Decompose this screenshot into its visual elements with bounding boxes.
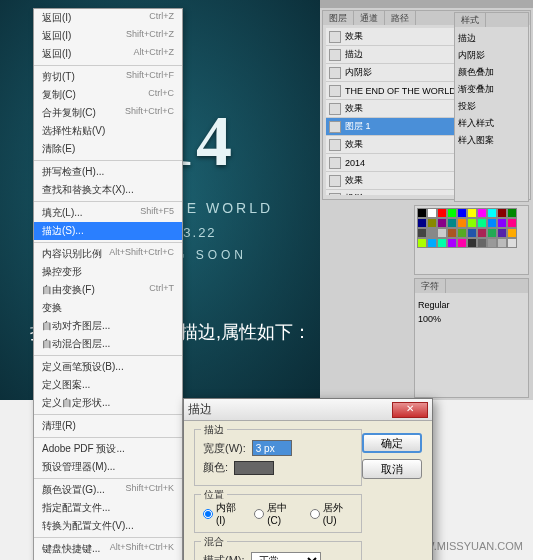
radio-center[interactable]: 居中(C)	[254, 501, 297, 526]
menu-item[interactable]: 操控变形	[34, 263, 182, 281]
color-swatch[interactable]	[417, 218, 427, 228]
color-swatch[interactable]	[497, 218, 507, 228]
menu-item[interactable]: 返回(I)Alt+Ctrl+Z	[34, 45, 182, 63]
radio-inside[interactable]: 内部(I)	[203, 501, 242, 526]
color-swatch[interactable]	[487, 208, 497, 218]
color-swatch[interactable]	[457, 238, 467, 248]
color-swatch[interactable]	[437, 208, 447, 218]
menu-item[interactable]: 键盘快捷键...Alt+Shift+Ctrl+K	[34, 540, 182, 558]
color-swatch[interactable]	[507, 218, 517, 228]
style-item[interactable]: 样入样式	[458, 115, 525, 132]
eye-icon[interactable]	[329, 85, 341, 97]
panel-tab-layers[interactable]: 图层	[323, 11, 354, 25]
color-swatch[interactable]	[507, 228, 517, 238]
color-swatch[interactable]	[457, 218, 467, 228]
color-swatch[interactable]	[477, 238, 487, 248]
radio-outside[interactable]: 居外(U)	[310, 501, 353, 526]
style-item[interactable]: 渐变叠加	[458, 81, 525, 98]
color-swatch[interactable]	[437, 218, 447, 228]
eye-icon[interactable]	[329, 49, 341, 61]
color-swatch[interactable]	[447, 218, 457, 228]
menu-item[interactable]: 返回(I)Shift+Ctrl+Z	[34, 27, 182, 45]
eye-icon[interactable]	[329, 139, 341, 151]
color-swatch[interactable]	[447, 228, 457, 238]
menu-item[interactable]: 填充(L)...Shift+F5	[34, 204, 182, 222]
menu-item[interactable]: 清理(R)	[34, 417, 182, 435]
menu-item[interactable]: 自动混合图层...	[34, 335, 182, 353]
menu-item[interactable]: 剪切(T)Shift+Ctrl+F	[34, 68, 182, 86]
cancel-button[interactable]: 取消	[362, 459, 422, 479]
color-swatch[interactable]	[427, 228, 437, 238]
color-picker[interactable]	[234, 461, 274, 475]
menu-item[interactable]: 描边(S)...	[34, 222, 182, 240]
color-swatch[interactable]	[507, 208, 517, 218]
menu-item[interactable]: 转换为配置文件(V)...	[34, 517, 182, 535]
color-swatch[interactable]	[507, 238, 517, 248]
eye-icon[interactable]	[329, 193, 341, 196]
color-swatch[interactable]	[437, 228, 447, 238]
eye-icon[interactable]	[329, 67, 341, 79]
menu-item[interactable]: 选择性粘贴(V)	[34, 122, 182, 140]
color-swatch[interactable]	[467, 218, 477, 228]
color-swatch[interactable]	[447, 238, 457, 248]
color-swatch[interactable]	[417, 238, 427, 248]
styles-tab[interactable]: 样式	[455, 13, 486, 27]
menu-item[interactable]: 颜色设置(G)...Shift+Ctrl+K	[34, 481, 182, 499]
color-swatch[interactable]	[457, 208, 467, 218]
color-swatch[interactable]	[497, 208, 507, 218]
close-icon[interactable]: ✕	[392, 402, 428, 418]
style-item[interactable]: 颜色叠加	[458, 64, 525, 81]
color-swatch[interactable]	[447, 208, 457, 218]
menu-item[interactable]: 变换	[34, 299, 182, 317]
width-input[interactable]	[252, 440, 292, 456]
color-swatch[interactable]	[467, 238, 477, 248]
menu-item[interactable]: 预设管理器(M)...	[34, 458, 182, 476]
eye-icon[interactable]	[329, 175, 341, 187]
eye-icon[interactable]	[329, 103, 341, 115]
style-item[interactable]: 样入图案	[458, 132, 525, 149]
color-swatch[interactable]	[477, 228, 487, 238]
ok-button[interactable]: 确定	[362, 433, 422, 453]
menu-item[interactable]: 定义图案...	[34, 376, 182, 394]
color-swatch[interactable]	[427, 208, 437, 218]
mode-select[interactable]: 正常	[251, 552, 321, 560]
color-swatch[interactable]	[487, 228, 497, 238]
color-swatch[interactable]	[467, 208, 477, 218]
char-tab[interactable]: 字符	[415, 279, 446, 293]
color-swatch[interactable]	[417, 228, 427, 238]
style-item[interactable]: 投影	[458, 98, 525, 115]
color-swatch[interactable]	[497, 228, 507, 238]
dialog-titlebar[interactable]: 描边 ✕	[184, 399, 432, 421]
eye-icon[interactable]	[329, 121, 341, 133]
color-swatch[interactable]	[477, 208, 487, 218]
color-swatch[interactable]	[437, 238, 447, 248]
menu-item[interactable]: 内容识别比例Alt+Shift+Ctrl+C	[34, 245, 182, 263]
style-item[interactable]: 描边	[458, 30, 525, 47]
color-swatch[interactable]	[477, 218, 487, 228]
color-swatch[interactable]	[457, 228, 467, 238]
menu-item[interactable]: 清除(E)	[34, 140, 182, 158]
color-swatch[interactable]	[417, 208, 427, 218]
menu-item[interactable]: 复制(C)Ctrl+C	[34, 86, 182, 104]
color-swatch[interactable]	[487, 238, 497, 248]
panel-tab-channels[interactable]: 通道	[354, 11, 385, 25]
menu-item[interactable]: 拼写检查(H)...	[34, 163, 182, 181]
menu-item[interactable]: 自由变换(F)Ctrl+T	[34, 281, 182, 299]
eye-icon[interactable]	[329, 31, 341, 43]
menu-item[interactable]: Adobe PDF 预设...	[34, 440, 182, 458]
color-swatch[interactable]	[487, 218, 497, 228]
style-item[interactable]: 内阴影	[458, 47, 525, 64]
eye-icon[interactable]	[329, 157, 341, 169]
menu-item[interactable]: 返回(I)Ctrl+Z	[34, 9, 182, 27]
menu-item[interactable]: 自动对齐图层...	[34, 317, 182, 335]
menu-item[interactable]: 定义自定形状...	[34, 394, 182, 412]
color-swatch[interactable]	[467, 228, 477, 238]
menu-item[interactable]: 指定配置文件...	[34, 499, 182, 517]
menu-item[interactable]: 合并复制(C)Shift+Ctrl+C	[34, 104, 182, 122]
color-swatch[interactable]	[427, 218, 437, 228]
menu-item[interactable]: 查找和替换文本(X)...	[34, 181, 182, 199]
menu-item[interactable]: 定义画笔预设(B)...	[34, 358, 182, 376]
color-swatch[interactable]	[427, 238, 437, 248]
color-swatch[interactable]	[497, 238, 507, 248]
panel-tab-paths[interactable]: 路径	[385, 11, 416, 25]
